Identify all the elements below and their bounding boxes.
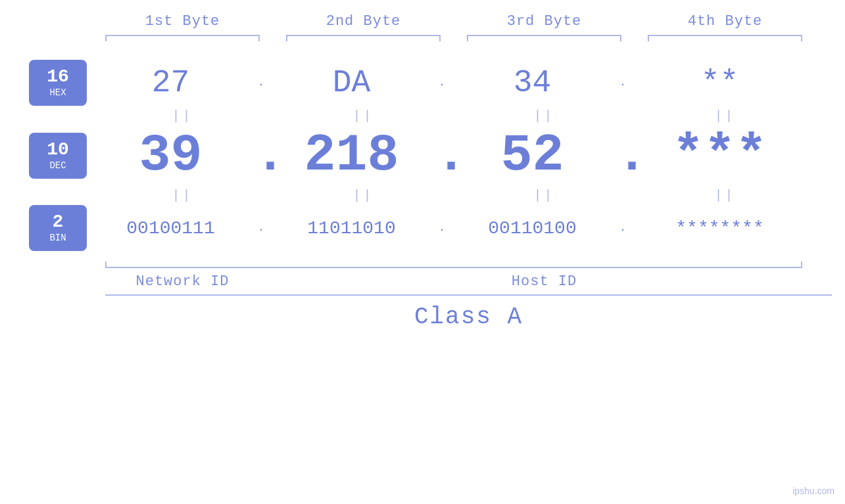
- eq2-1: ||: [92, 188, 273, 203]
- byte2-header: 2nd Byte: [273, 13, 454, 30]
- dec-val-2: 218: [268, 126, 435, 185]
- bottom-area: Network ID Host ID: [92, 255, 845, 294]
- dec-byte4: ***: [629, 126, 810, 185]
- bin-row: 2 BIN 00100111 . 11011010 . 00110100 . *…: [0, 205, 845, 251]
- hex-byte1: 27 .: [87, 65, 268, 101]
- class-label: Class A: [92, 296, 845, 336]
- hex-badge: 16 HEX: [29, 60, 87, 106]
- hex-byte2: DA .: [268, 65, 448, 101]
- hex-val-2: DA: [268, 65, 435, 101]
- hex-base-label: HEX: [49, 87, 66, 98]
- eq1-3: ||: [454, 108, 635, 124]
- bin-byte4: ********: [629, 218, 810, 239]
- bracket-4: [635, 35, 815, 47]
- eq2-4: ||: [635, 188, 815, 203]
- equals-row-2: || || || ||: [92, 185, 845, 205]
- eq2-2: ||: [273, 188, 454, 203]
- host-bracket: [273, 255, 815, 268]
- byte4-header: 4th Byte: [635, 13, 815, 30]
- byte3-header: 3rd Byte: [454, 13, 635, 30]
- bracket-1: [92, 35, 273, 47]
- dot-dec-2: .: [435, 126, 448, 185]
- dot-hex-3: .: [616, 77, 629, 89]
- eq1-1: ||: [92, 108, 273, 124]
- bin-val-3: 00110100: [448, 218, 616, 239]
- top-brackets: [92, 35, 845, 47]
- host-id-label: Host ID: [273, 268, 815, 294]
- network-bracket: [92, 255, 273, 268]
- dot-dec-1: .: [254, 126, 268, 185]
- bin-byte3: 00110100 .: [448, 218, 629, 239]
- hex-base-number: 16: [47, 68, 69, 86]
- bin-val-4: ********: [629, 218, 810, 239]
- eq1-4: ||: [635, 108, 815, 124]
- hex-byte3: 34 .: [448, 65, 629, 101]
- bin-badge: 2 BIN: [29, 205, 87, 251]
- dec-byte2: 218 .: [268, 126, 448, 185]
- dec-values-row: 39 . 218 . 52 . ***: [87, 126, 845, 185]
- hex-byte4: **: [629, 65, 810, 101]
- dec-val-1: 39: [87, 126, 254, 185]
- dec-base-label: DEC: [49, 160, 66, 171]
- eq1-2: ||: [273, 108, 454, 124]
- bin-values-row: 00100111 . 11011010 . 00110100 . *******…: [87, 218, 845, 239]
- bin-val-1: 00100111: [87, 218, 254, 239]
- eq2-3: ||: [454, 188, 635, 203]
- byte-headers: 1st Byte 2nd Byte 3rd Byte 4th Byte: [92, 13, 845, 30]
- hex-row: 16 HEX 27 . DA . 34 . **: [0, 60, 845, 106]
- bracket-3: [454, 35, 635, 47]
- dec-val-3: 52: [448, 126, 616, 185]
- bin-byte2: 11011010 .: [268, 218, 448, 239]
- dot-hex-1: .: [254, 77, 268, 89]
- dot-bin-2: .: [435, 222, 448, 234]
- dec-badge: 10 DEC: [29, 133, 87, 179]
- bin-base-label: BIN: [49, 233, 66, 243]
- main-container: 1st Byte 2nd Byte 3rd Byte 4th Byte 16 H…: [0, 0, 845, 504]
- byte1-header: 1st Byte: [92, 13, 273, 30]
- dec-val-4: ***: [629, 126, 810, 185]
- bin-val-2: 11011010: [268, 218, 435, 239]
- watermark: ipshu.com: [792, 486, 834, 496]
- dot-dec-3: .: [616, 126, 629, 185]
- dot-bin-3: .: [616, 222, 629, 234]
- dec-base-number: 10: [47, 141, 69, 159]
- equals-row-1: || || || ||: [92, 106, 845, 126]
- dec-row: 10 DEC 39 . 218 . 52 . ***: [0, 126, 845, 185]
- bracket-2: [273, 35, 454, 47]
- class-area: Class A: [92, 294, 845, 336]
- hex-val-1: 27: [87, 65, 254, 101]
- hex-val-3: 34: [448, 65, 616, 101]
- network-id-label: Network ID: [92, 268, 273, 294]
- bottom-brackets: [92, 255, 845, 268]
- bin-base-number: 2: [53, 213, 64, 231]
- hex-values-row: 27 . DA . 34 . **: [87, 65, 845, 101]
- dec-byte1: 39 .: [87, 126, 268, 185]
- dec-byte3: 52 .: [448, 126, 629, 185]
- bin-byte1: 00100111 .: [87, 218, 268, 239]
- dot-hex-2: .: [435, 77, 448, 89]
- dot-bin-1: .: [254, 222, 268, 234]
- hex-val-4: **: [629, 65, 810, 101]
- id-labels: Network ID Host ID: [92, 268, 845, 294]
